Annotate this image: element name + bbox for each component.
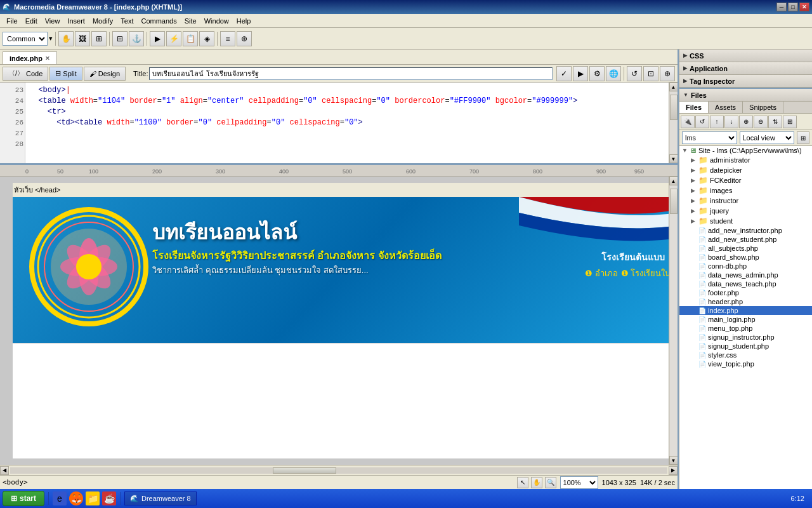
minimize-button[interactable]: ─ [776, 3, 787, 11]
design-scroll-down[interactable]: ▼ [669, 456, 678, 465]
tree-file-add-instructor[interactable]: ▶ 📄 add_new_instructor.php [679, 226, 812, 235]
toolbar-flash-btn[interactable]: ⚡ [166, 31, 181, 46]
editor-hscrollbar[interactable]: ◀ ▶ [0, 465, 678, 475]
toolbar-list-btn[interactable]: ≡ [220, 31, 235, 46]
taskbar-icon-java[interactable]: ☕ [102, 491, 116, 505]
browser-preview-btn[interactable]: 🌐 [606, 66, 621, 81]
preview-btn[interactable]: ▶ [573, 66, 588, 81]
tree-file-header[interactable]: ▶ 📄 header.php [679, 297, 812, 306]
site-dropdown[interactable]: lms [682, 131, 737, 144]
files-upload-btn[interactable]: ↑ [710, 116, 724, 128]
tree-file-add-student[interactable]: ▶ 📄 add_new_student.php [679, 235, 812, 244]
zoom-dropdown[interactable]: 100% [560, 476, 598, 489]
files-connect-btn[interactable]: 🔌 [681, 116, 695, 128]
hscroll-track[interactable] [10, 467, 667, 474]
tree-folder-administrator[interactable]: ▶ 📁 administrator [679, 155, 812, 165]
menu-edit[interactable]: Edit [22, 16, 41, 26]
tree-file-main-login[interactable]: ▶ 📄 main_login.php [679, 315, 812, 324]
files-tab-snippets[interactable]: Snippets [743, 102, 783, 113]
files-sync-btn[interactable]: ⇅ [768, 116, 782, 128]
toolbar-media-btn[interactable]: ▶ [150, 31, 165, 46]
maximize-button[interactable]: □ [788, 3, 798, 11]
ref3-btn[interactable]: ⊕ [660, 66, 675, 81]
files-checkout-btn[interactable]: ⊖ [754, 116, 768, 128]
toolbar-template-btn[interactable]: ⊕ [237, 31, 252, 46]
design-scroll-thumb[interactable] [670, 189, 678, 214]
toolbar-handcursor-btn[interactable]: ✋ [58, 31, 74, 46]
start-button[interactable]: ⊞ start [3, 491, 44, 506]
tree-folder-images[interactable]: ▶ 📁 images [679, 185, 812, 196]
menu-site[interactable]: Site [181, 16, 200, 26]
design-scroll-track[interactable] [670, 185, 678, 456]
select-tool-btn[interactable]: ↖ [517, 477, 528, 488]
taskbar-icon-ie[interactable]: e [53, 491, 67, 505]
tree-file-board-show[interactable]: ▶ 📄 board_show.php [679, 253, 812, 262]
tree-file-data-news-teach[interactable]: ▶ 📄 data_news_teach.php [679, 279, 812, 288]
tree-file-index[interactable]: ▶ 📄 index.php [679, 306, 812, 315]
tree-file-conn-db[interactable]: ▶ 📄 conn-db.php [679, 262, 812, 271]
design-scroll-up[interactable]: ▲ [669, 177, 678, 185]
menu-commands[interactable]: Commands [137, 16, 180, 26]
tree-folder-instructor[interactable]: ▶ 📁 instructor [679, 196, 812, 206]
code-scroll-thumb[interactable] [670, 95, 678, 120]
hscroll-left-btn[interactable]: ◀ [0, 466, 9, 475]
files-checkin-btn[interactable]: ⊕ [739, 116, 753, 128]
code-editor[interactable]: 23 24 25 26 27 28 <body>| <table width="… [0, 83, 678, 165]
tree-folder-jquery[interactable]: ▶ 📁 jquery [679, 206, 812, 216]
ref2-btn[interactable]: ⊡ [643, 66, 658, 81]
view-dropdown[interactable]: Local view [740, 131, 795, 144]
title-apply-btn[interactable]: ✓ [556, 66, 572, 81]
page-title-input[interactable] [149, 67, 553, 80]
code-vscrollbar[interactable]: ▲ ▼ [669, 83, 678, 163]
tree-file-all-subjects[interactable]: ▶ 📄 all_subjects.php [679, 244, 812, 253]
files-tab-assets[interactable]: Assets [709, 102, 743, 113]
menu-modify[interactable]: Modify [89, 16, 117, 26]
files-expand-btn[interactable]: ⊞ [783, 116, 797, 128]
tree-file-view-topic[interactable]: ▶ 📄 view_topic.php [679, 359, 812, 368]
toolbar-image-btn[interactable]: 🖼 [75, 31, 90, 46]
tree-file-styler[interactable]: ▶ 📄 styler.css [679, 351, 812, 359]
menu-insert[interactable]: Insert [63, 16, 89, 26]
hscroll-thumb[interactable] [273, 467, 336, 474]
tree-site-root[interactable]: ▼ 🖥 Site - lms (C:\AppServ\www\lms\) [679, 146, 812, 155]
tab-close-icon[interactable]: ✕ [45, 55, 50, 62]
debug-btn[interactable]: ⚙ [589, 66, 605, 81]
menu-window[interactable]: Window [200, 16, 233, 26]
tree-file-menu-top[interactable]: ▶ 📄 menu_top.php [679, 324, 812, 333]
tree-file-data-news-admin[interactable]: ▶ 📄 data_news_admin.php [679, 271, 812, 279]
tree-file-signup-instructor[interactable]: ▶ 📄 signup_instructor.php [679, 333, 812, 342]
files-icon-btn[interactable]: ⊞ [797, 131, 809, 144]
code-view-button[interactable]: 〈/〉 Code [3, 67, 48, 81]
hscroll-right-btn[interactable]: ▶ [669, 466, 678, 475]
files-tab-files[interactable]: Files [679, 102, 709, 113]
menu-file[interactable]: File [3, 16, 22, 26]
toolbar-grid-btn[interactable]: ⊟ [112, 31, 128, 46]
close-button[interactable]: ✕ [799, 3, 809, 11]
tree-folder-fckeditor[interactable]: ▶ 📁 FCKeditor [679, 175, 812, 185]
editor-tab-index[interactable]: index.php ✕ [3, 51, 57, 64]
menu-help[interactable]: Help [233, 16, 255, 26]
code-scroll-down[interactable]: ▼ [669, 154, 678, 163]
hand-tool-btn[interactable]: ✋ [531, 477, 542, 488]
menu-text[interactable]: Text [117, 16, 137, 26]
zoom-tool-btn[interactable]: 🔍 [545, 477, 556, 488]
tree-file-footer[interactable]: ▶ 📄 footer.php [679, 288, 812, 297]
taskbar-icon-folder[interactable]: 📁 [86, 491, 100, 505]
split-view-button[interactable]: ⊟ Split [49, 67, 82, 81]
code-content[interactable]: <body>| <table width="1104" border="1" a… [25, 83, 669, 163]
tag-inspector-panel-header[interactable]: ▶ Tag Inspector [679, 75, 812, 88]
refresh-btn[interactable]: ↺ [627, 66, 642, 81]
files-refresh-btn[interactable]: ↺ [695, 116, 709, 128]
code-scroll-track[interactable] [670, 91, 678, 154]
toolbar-anchor-btn[interactable]: ⚓ [129, 31, 144, 46]
taskbar-dw-button[interactable]: 🌊 Dreamweaver 8 [124, 491, 197, 505]
toolbar-table-btn[interactable]: ⊞ [91, 31, 107, 46]
tree-file-signup-student[interactable]: ▶ 📄 signup_student.php [679, 342, 812, 351]
insert-category-dropdown[interactable]: Common [3, 32, 48, 46]
taskbar-icon-browser[interactable]: 🦊 [69, 491, 83, 505]
application-panel-header[interactable]: ▶ Application [679, 62, 812, 75]
menu-view[interactable]: View [41, 16, 64, 26]
toolbar-form-btn[interactable]: 📋 [183, 31, 198, 46]
files-download-btn[interactable]: ↓ [724, 116, 738, 128]
files-panel-header[interactable]: ▼ Files [679, 89, 812, 102]
